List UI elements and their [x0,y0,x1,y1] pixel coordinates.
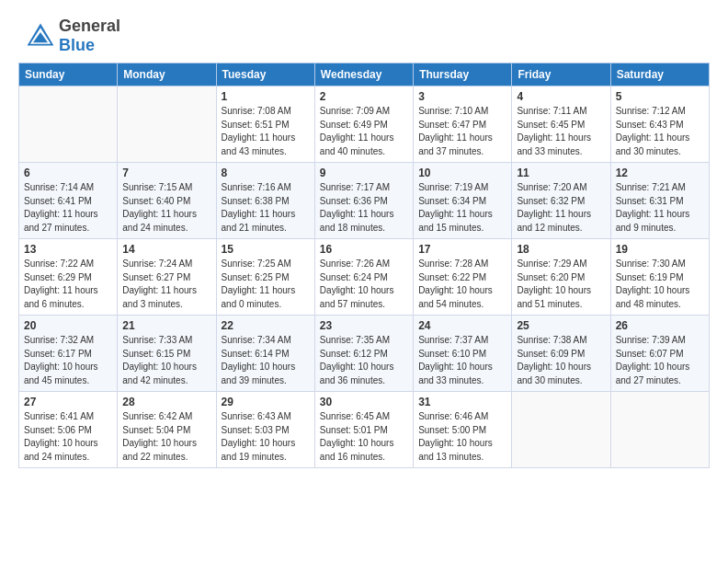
day-cell: 11Sunrise: 7:20 AMSunset: 6:32 PMDayligh… [512,163,610,239]
day-cell: 21Sunrise: 7:33 AMSunset: 6:15 PMDayligh… [118,316,216,392]
week-row-3: 13Sunrise: 7:22 AMSunset: 6:29 PMDayligh… [19,239,710,316]
weekday-monday: Monday [118,63,216,86]
week-row-1: 1Sunrise: 7:08 AMSunset: 6:51 PMDaylight… [19,86,710,163]
day-cell: 7Sunrise: 7:15 AMSunset: 6:40 PMDaylight… [118,163,216,239]
day-number: 28 [122,396,210,408]
day-number: 26 [616,319,704,332]
day-cell: 23Sunrise: 7:35 AMSunset: 6:12 PMDayligh… [314,316,413,392]
day-detail: Sunrise: 7:12 AMSunset: 6:43 PMDaylight:… [616,105,704,158]
weekday-tuesday: Tuesday [216,63,314,86]
day-number: 27 [24,396,112,408]
day-cell: 10Sunrise: 7:19 AMSunset: 6:34 PMDayligh… [414,163,512,239]
day-number: 13 [24,243,112,256]
day-detail: Sunrise: 6:46 AMSunset: 5:00 PMDaylight:… [418,410,506,464]
day-detail: Sunrise: 6:45 AMSunset: 5:01 PMDaylight:… [320,410,408,464]
day-number: 19 [616,243,704,256]
day-number: 11 [517,167,605,179]
day-cell: 1Sunrise: 7:08 AMSunset: 6:51 PMDaylight… [216,86,314,163]
day-cell: 12Sunrise: 7:21 AMSunset: 6:31 PMDayligh… [610,163,709,239]
day-number: 22 [222,319,310,332]
day-detail: Sunrise: 7:28 AMSunset: 6:22 PMDaylight:… [418,258,506,311]
day-detail: Sunrise: 7:08 AMSunset: 6:51 PMDaylight:… [222,105,310,158]
calendar-table: SundayMondayTuesdayWednesdayThursdayFrid… [18,63,710,468]
header: General Blue [18,17,710,55]
logo-blue: Blue [59,36,95,54]
calendar-page: General Blue SundayMondayTuesdayWednesda… [0,0,728,485]
day-cell: 4Sunrise: 7:11 AMSunset: 6:45 PMDaylight… [512,86,610,163]
day-number: 30 [320,396,408,408]
weekday-saturday: Saturday [610,63,709,86]
day-cell: 2Sunrise: 7:09 AMSunset: 6:49 PMDaylight… [314,86,413,163]
day-detail: Sunrise: 7:33 AMSunset: 6:15 PMDaylight:… [122,334,210,387]
day-cell [512,392,610,468]
weekday-friday: Friday [512,63,610,86]
day-detail: Sunrise: 7:10 AMSunset: 6:47 PMDaylight:… [418,105,506,158]
day-number: 14 [122,243,210,256]
day-cell: 28Sunrise: 6:42 AMSunset: 5:04 PMDayligh… [118,392,216,468]
day-detail: Sunrise: 7:29 AMSunset: 6:20 PMDaylight:… [517,258,605,311]
day-detail: Sunrise: 7:22 AMSunset: 6:29 PMDaylight:… [24,258,112,311]
day-detail: Sunrise: 7:32 AMSunset: 6:17 PMDaylight:… [24,334,112,387]
day-detail: Sunrise: 6:42 AMSunset: 5:04 PMDaylight:… [122,410,210,464]
day-number: 29 [222,396,310,408]
logo-text: General Blue [59,17,120,55]
day-detail: Sunrise: 7:35 AMSunset: 6:12 PMDaylight:… [320,334,408,387]
day-detail: Sunrise: 7:15 AMSunset: 6:40 PMDaylight:… [122,181,210,235]
week-row-4: 20Sunrise: 7:32 AMSunset: 6:17 PMDayligh… [19,316,710,392]
day-cell: 25Sunrise: 7:38 AMSunset: 6:09 PMDayligh… [512,316,610,392]
day-detail: Sunrise: 7:30 AMSunset: 6:19 PMDaylight:… [616,258,704,311]
day-cell: 15Sunrise: 7:25 AMSunset: 6:25 PMDayligh… [216,239,314,316]
day-cell: 27Sunrise: 6:41 AMSunset: 5:06 PMDayligh… [19,392,118,468]
day-number: 8 [222,167,310,179]
day-number: 20 [24,319,112,332]
day-number: 25 [517,319,605,332]
day-detail: Sunrise: 7:14 AMSunset: 6:41 PMDaylight:… [24,181,112,235]
day-number: 23 [320,319,408,332]
day-detail: Sunrise: 7:26 AMSunset: 6:24 PMDaylight:… [320,258,408,311]
weekday-sunday: Sunday [19,63,118,86]
day-number: 10 [418,167,506,179]
day-detail: Sunrise: 7:21 AMSunset: 6:31 PMDaylight:… [616,181,704,235]
day-number: 5 [616,90,704,103]
day-cell: 18Sunrise: 7:29 AMSunset: 6:20 PMDayligh… [512,239,610,316]
day-cell: 30Sunrise: 6:45 AMSunset: 5:01 PMDayligh… [314,392,413,468]
day-cell: 17Sunrise: 7:28 AMSunset: 6:22 PMDayligh… [414,239,512,316]
day-detail: Sunrise: 7:17 AMSunset: 6:36 PMDaylight:… [320,181,408,235]
day-number: 3 [418,90,506,103]
day-cell: 29Sunrise: 6:43 AMSunset: 5:03 PMDayligh… [216,392,314,468]
day-number: 7 [122,167,210,179]
weekday-thursday: Thursday [414,63,512,86]
day-detail: Sunrise: 7:24 AMSunset: 6:27 PMDaylight:… [122,258,210,311]
day-detail: Sunrise: 7:39 AMSunset: 6:07 PMDaylight:… [616,334,704,387]
day-detail: Sunrise: 7:25 AMSunset: 6:25 PMDaylight:… [222,258,310,311]
day-cell: 6Sunrise: 7:14 AMSunset: 6:41 PMDaylight… [19,163,118,239]
day-cell: 26Sunrise: 7:39 AMSunset: 6:07 PMDayligh… [610,316,709,392]
day-cell: 13Sunrise: 7:22 AMSunset: 6:29 PMDayligh… [19,239,118,316]
logo-icon [18,17,55,54]
day-cell: 3Sunrise: 7:10 AMSunset: 6:47 PMDaylight… [414,86,512,163]
day-cell: 24Sunrise: 7:37 AMSunset: 6:10 PMDayligh… [414,316,512,392]
day-detail: Sunrise: 6:43 AMSunset: 5:03 PMDaylight:… [222,410,310,464]
day-detail: Sunrise: 7:34 AMSunset: 6:14 PMDaylight:… [222,334,310,387]
week-row-5: 27Sunrise: 6:41 AMSunset: 5:06 PMDayligh… [19,392,710,468]
day-cell: 5Sunrise: 7:12 AMSunset: 6:43 PMDaylight… [610,86,709,163]
day-detail: Sunrise: 6:41 AMSunset: 5:06 PMDaylight:… [24,410,112,464]
day-cell [118,86,216,163]
day-cell: 14Sunrise: 7:24 AMSunset: 6:27 PMDayligh… [118,239,216,316]
day-number: 12 [616,167,704,179]
day-cell: 19Sunrise: 7:30 AMSunset: 6:19 PMDayligh… [610,239,709,316]
day-number: 2 [320,90,408,103]
logo-general: General [59,17,120,36]
day-detail: Sunrise: 7:38 AMSunset: 6:09 PMDaylight:… [517,334,605,387]
day-detail: Sunrise: 7:16 AMSunset: 6:38 PMDaylight:… [222,181,310,235]
day-number: 4 [517,90,605,103]
day-detail: Sunrise: 7:37 AMSunset: 6:10 PMDaylight:… [418,334,506,387]
week-row-2: 6Sunrise: 7:14 AMSunset: 6:41 PMDaylight… [19,163,710,239]
day-number: 17 [418,243,506,256]
day-number: 6 [24,167,112,179]
logo: General Blue [18,17,120,55]
day-cell: 8Sunrise: 7:16 AMSunset: 6:38 PMDaylight… [216,163,314,239]
day-number: 1 [222,90,310,103]
day-number: 24 [418,319,506,332]
day-number: 18 [517,243,605,256]
